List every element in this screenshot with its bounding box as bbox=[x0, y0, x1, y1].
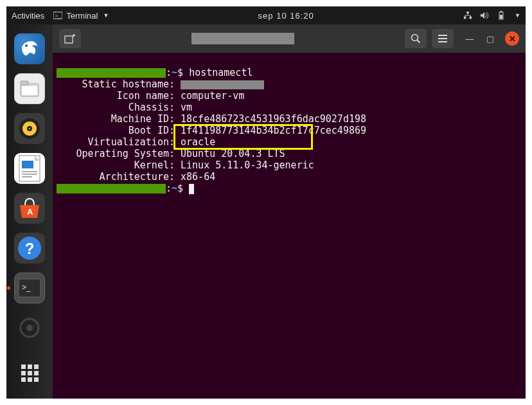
svg-rect-18 bbox=[22, 171, 37, 172]
svg-rect-11 bbox=[22, 86, 37, 95]
chevron-down-icon: ▼ bbox=[103, 12, 109, 19]
out-val-kernel: Linux 5.11.0-34-generic bbox=[181, 159, 314, 171]
dock-settings[interactable] bbox=[14, 312, 45, 343]
svg-rect-19 bbox=[22, 174, 37, 175]
svg-text:?: ? bbox=[25, 240, 35, 257]
terminal-body[interactable]: :~$ hostnamectl Static hostname: Icon na… bbox=[53, 53, 526, 399]
svg-rect-20 bbox=[22, 176, 32, 177]
battery-icon[interactable] bbox=[497, 11, 506, 20]
search-button[interactable] bbox=[405, 29, 427, 48]
title-bar: — ▢ ✕ bbox=[53, 24, 526, 53]
svg-rect-2 bbox=[466, 12, 469, 14]
svg-rect-28 bbox=[65, 36, 73, 43]
svg-rect-7 bbox=[500, 15, 502, 19]
prompt-sep: : bbox=[166, 67, 172, 78]
dock-help[interactable]: ? bbox=[14, 233, 45, 264]
clock[interactable]: sep 10 16:20 bbox=[118, 11, 454, 21]
user-host-redacted bbox=[57, 68, 166, 78]
svg-rect-10 bbox=[21, 81, 28, 85]
terminal-window: — ▢ ✕ :~$ hostnamectl Static hostname: I… bbox=[53, 24, 526, 399]
volume-icon[interactable] bbox=[480, 11, 489, 20]
out-key-arch: Architecture: bbox=[57, 171, 175, 183]
app-menu-label: Terminal bbox=[66, 11, 98, 21]
out-val-os: Ubuntu 20.04.3 LTS bbox=[181, 148, 285, 159]
prompt-symbol-2: $ bbox=[177, 183, 183, 194]
cursor bbox=[189, 184, 194, 194]
svg-text:>_: >_ bbox=[55, 14, 60, 19]
activities-button[interactable]: Activities bbox=[12, 11, 44, 21]
top-bar: Activities >_ Terminal ▼ sep 10 16:20 ▼ bbox=[6, 6, 526, 24]
minimize-button[interactable]: — bbox=[464, 33, 475, 44]
dock-thunderbird[interactable] bbox=[14, 33, 45, 64]
out-key-machineid: Machine ID: bbox=[57, 113, 175, 125]
prompt-symbol: $ bbox=[177, 67, 183, 78]
out-val-machineid: 18cfe486723c4531963f6dac9027d198 bbox=[181, 113, 366, 125]
svg-point-8 bbox=[25, 44, 28, 47]
svg-rect-6 bbox=[501, 11, 502, 12]
out-key-virt: Virtualization: bbox=[57, 136, 175, 148]
out-key-os: Operating System: bbox=[57, 148, 175, 159]
out-val-bootid: 1f41198773144b34b2cf17c7cec49869 bbox=[181, 125, 366, 136]
out-key-hostname: Static hostname: bbox=[57, 78, 175, 90]
command-text: hostnamectl bbox=[189, 67, 253, 78]
dock-rhythmbox[interactable] bbox=[14, 113, 45, 144]
system-menu-chevron-icon[interactable]: ▼ bbox=[515, 12, 520, 19]
svg-point-29 bbox=[412, 35, 418, 41]
svg-text:>_: >_ bbox=[22, 283, 31, 292]
out-key-iconname: Icon name: bbox=[57, 90, 175, 102]
out-key-chassis: Chassis: bbox=[57, 102, 175, 113]
prompt-path: ~ bbox=[172, 67, 177, 78]
svg-text:A: A bbox=[27, 207, 33, 217]
hostname-redacted bbox=[181, 80, 264, 89]
app-menu[interactable]: >_ Terminal ▼ bbox=[53, 11, 109, 21]
dock-ubuntu-software[interactable]: A bbox=[14, 193, 45, 224]
prompt-sep-2: : bbox=[166, 183, 172, 194]
out-key-bootid: Boot ID: bbox=[57, 125, 175, 136]
svg-rect-17 bbox=[22, 161, 33, 168]
prompt-path-2: ~ bbox=[172, 183, 177, 194]
window-title-redacted bbox=[191, 33, 294, 44]
menu-button[interactable] bbox=[432, 29, 454, 48]
dock-terminal[interactable]: >_ bbox=[14, 273, 45, 303]
user-host-redacted-2 bbox=[57, 184, 166, 194]
maximize-button[interactable]: ▢ bbox=[484, 33, 496, 44]
terminal-indicator-icon: >_ bbox=[53, 11, 62, 20]
dock-show-applications[interactable] bbox=[14, 357, 45, 388]
new-tab-button[interactable] bbox=[59, 29, 81, 48]
out-val-arch: x86-64 bbox=[181, 171, 215, 183]
out-val-iconname: computer-vm bbox=[181, 90, 244, 102]
dock-files[interactable] bbox=[14, 73, 45, 104]
svg-point-15 bbox=[29, 128, 31, 130]
svg-point-27 bbox=[26, 325, 33, 331]
out-key-kernel: Kernel: bbox=[57, 159, 175, 171]
out-val-virt: oracle bbox=[181, 136, 215, 148]
svg-rect-3 bbox=[464, 17, 466, 19]
out-val-chassis: vm bbox=[181, 102, 192, 113]
close-button[interactable]: ✕ bbox=[505, 32, 519, 46]
dock-libreoffice-writer[interactable] bbox=[14, 153, 45, 184]
dock: A ? >_ bbox=[6, 24, 53, 399]
svg-rect-4 bbox=[470, 17, 472, 19]
network-icon[interactable] bbox=[463, 11, 472, 20]
